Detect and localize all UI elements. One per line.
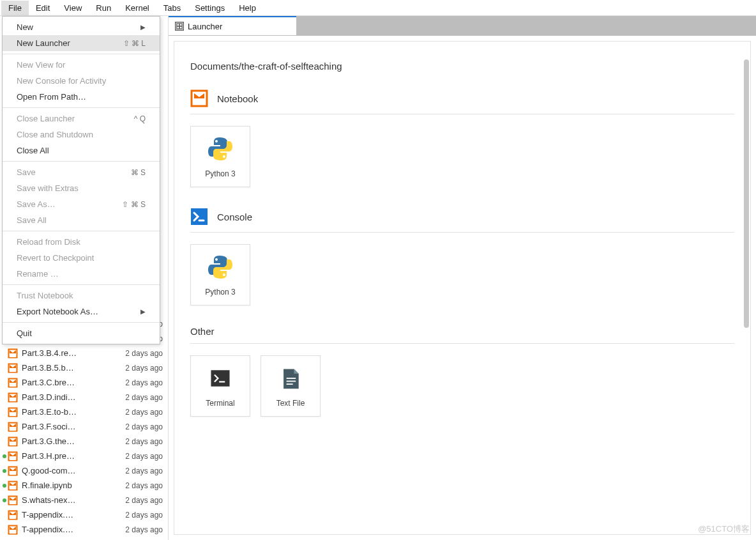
running-indicator-icon bbox=[3, 498, 6, 502]
svg-rect-23 bbox=[10, 486, 16, 490]
launcher-card-text-file[interactable]: Text File bbox=[261, 355, 321, 417]
file-row[interactable]: Part.3.G.the…2 days ago bbox=[0, 434, 168, 449]
menu-item-label: Save As… bbox=[17, 199, 56, 209]
file-name: R.finale.ipynb bbox=[22, 481, 121, 490]
textfile-icon bbox=[276, 364, 305, 392]
menu-item-label: Export Notebook As… bbox=[17, 307, 98, 316]
menu-item-new[interactable]: New▶ bbox=[3, 19, 160, 35]
svg-rect-29 bbox=[10, 530, 16, 534]
svg-point-41 bbox=[215, 258, 218, 261]
menu-item-revert-to-checkpoint: Revert to Checkpoint bbox=[3, 250, 160, 266]
file-name: S.whats-nex… bbox=[22, 495, 121, 505]
notebook-file-icon bbox=[8, 510, 18, 520]
menu-item-save-as: Save As…⇧ ⌘ S bbox=[3, 196, 160, 212]
menu-item-close-all[interactable]: Close All bbox=[3, 143, 160, 158]
spacer bbox=[3, 410, 6, 414]
file-row[interactable]: R.finale.ipynb2 days ago bbox=[0, 478, 168, 493]
menu-item-label: Save with Extras bbox=[17, 183, 79, 193]
file-row[interactable]: Part.3.C.bre…2 days ago bbox=[0, 375, 168, 390]
file-modified-time: 2 days ago bbox=[121, 378, 163, 387]
scrollbar-thumb[interactable] bbox=[744, 59, 749, 328]
svg-point-37 bbox=[215, 140, 218, 143]
running-indicator-icon bbox=[3, 469, 6, 473]
file-row[interactable]: Q.good-com…2 days ago bbox=[0, 463, 168, 478]
menu-separator bbox=[3, 322, 160, 323]
file-row[interactable]: T-appendix.…2 days ago bbox=[0, 507, 168, 522]
menu-tabs[interactable]: Tabs bbox=[156, 1, 188, 15]
launcher-card-python-3[interactable]: Python 3 bbox=[190, 126, 250, 187]
file-modified-time: 2 days ago bbox=[121, 437, 163, 446]
tab-launcher[interactable]: Launcher bbox=[169, 16, 296, 35]
launcher-section-other: OtherTerminalText File bbox=[190, 326, 734, 417]
svg-rect-9 bbox=[10, 383, 16, 387]
menu-item-rename: Rename … bbox=[3, 266, 160, 282]
file-row[interactable]: Part.3.B.4.re…2 days ago bbox=[0, 346, 168, 360]
menu-settings[interactable]: Settings bbox=[188, 1, 232, 15]
notebook-file-icon bbox=[8, 451, 18, 461]
card-row: TerminalText File bbox=[190, 355, 734, 417]
file-name: Part.3.D.indi… bbox=[22, 392, 121, 402]
menu-separator bbox=[3, 231, 160, 231]
menubar: FileEditViewRunKernelTabsSettingsHelp bbox=[0, 0, 756, 16]
svg-rect-17 bbox=[10, 442, 16, 445]
menu-item-label: Trust Notebook bbox=[17, 291, 73, 300]
python-icon bbox=[206, 135, 234, 163]
file-name: T-appendix.… bbox=[22, 525, 121, 534]
file-modified-time: 2 days ago bbox=[121, 393, 163, 402]
file-name: Part.3.G.the… bbox=[22, 436, 121, 446]
file-name: Part.3.B.5.b… bbox=[22, 363, 121, 373]
file-modified-time: 2 days ago bbox=[121, 496, 163, 505]
svg-rect-31 bbox=[178, 24, 179, 26]
menu-item-export-notebook-as[interactable]: Export Notebook As…▶ bbox=[3, 304, 160, 320]
file-row[interactable]: Part.3.D.indi…2 days ago bbox=[0, 390, 168, 405]
running-indicator-icon bbox=[3, 454, 6, 458]
menu-item-save: Save⌘ S bbox=[3, 164, 160, 180]
svg-rect-21 bbox=[10, 471, 16, 475]
menu-item-trust-notebook: Trust Notebook bbox=[3, 288, 160, 304]
menu-item-label: New bbox=[17, 22, 33, 32]
menu-shortcut: ^ Q bbox=[134, 114, 146, 123]
menu-item-open-from-path[interactable]: Open From Path… bbox=[3, 89, 160, 105]
menu-item-label: Quit bbox=[17, 328, 32, 338]
svg-rect-11 bbox=[10, 397, 16, 401]
content-area: Launcher Documents/the-craft-of-selfteac… bbox=[169, 16, 756, 540]
menu-item-label: Close All bbox=[17, 146, 49, 155]
section-title: Notebook bbox=[217, 93, 258, 104]
card-row: Python 3 bbox=[190, 244, 734, 305]
section-header: Console bbox=[190, 208, 734, 233]
watermark: @51CTO博客 bbox=[698, 523, 750, 535]
launcher-card-python-3[interactable]: Python 3 bbox=[190, 244, 250, 305]
menu-item-new-launcher[interactable]: New Launcher⇧ ⌘ L bbox=[3, 35, 160, 51]
spacer bbox=[3, 396, 6, 399]
menu-help[interactable]: Help bbox=[232, 1, 263, 15]
svg-rect-33 bbox=[178, 27, 179, 29]
menu-separator bbox=[3, 54, 160, 54]
section-title: Other bbox=[190, 326, 215, 337]
menu-file[interactable]: File bbox=[1, 1, 29, 15]
launcher-card-terminal[interactable]: Terminal bbox=[190, 355, 250, 417]
menu-run[interactable]: Run bbox=[89, 1, 118, 15]
menu-view[interactable]: View bbox=[57, 1, 89, 15]
spacer bbox=[3, 425, 6, 429]
menu-kernel[interactable]: Kernel bbox=[118, 1, 156, 15]
file-modified-time: 2 days ago bbox=[121, 481, 163, 490]
file-row[interactable]: Part.3.B.5.b…2 days ago bbox=[0, 360, 168, 375]
card-label: Terminal bbox=[206, 399, 234, 408]
file-row[interactable]: Part.3.H.pre…2 days ago bbox=[0, 449, 168, 463]
submenu-caret-icon: ▶ bbox=[140, 24, 146, 31]
menu-item-label: New View for bbox=[17, 60, 65, 70]
file-row[interactable]: Part.3.E.to-b…2 days ago bbox=[0, 405, 168, 419]
file-row[interactable]: S.whats-nex…2 days ago bbox=[0, 493, 168, 507]
menu-edit[interactable]: Edit bbox=[29, 1, 57, 15]
menu-shortcut: ⇧ ⌘ L bbox=[123, 39, 146, 48]
notebook-file-icon bbox=[8, 392, 18, 403]
python-icon bbox=[206, 253, 234, 281]
menu-item-quit[interactable]: Quit bbox=[3, 325, 160, 341]
file-row[interactable]: Part.3.F.soci…2 days ago bbox=[0, 419, 168, 434]
notebook-file-icon bbox=[8, 495, 18, 505]
menu-item-close-and-shutdown: Close and Shutdown bbox=[3, 127, 160, 143]
menu-item-label: New Console for Activity bbox=[17, 76, 106, 86]
svg-rect-32 bbox=[180, 24, 182, 26]
file-row[interactable]: T-appendix.…2 days ago bbox=[0, 522, 168, 537]
section-header: Notebook bbox=[190, 89, 734, 114]
